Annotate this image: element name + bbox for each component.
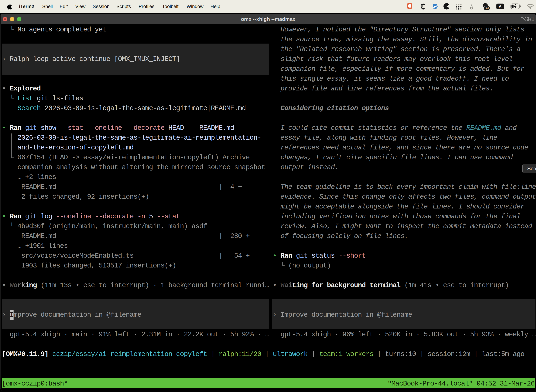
- svg-text:A: A: [498, 4, 502, 9]
- svg-text:1: 1: [531, 16, 534, 22]
- svg-text:..61: ..61: [485, 7, 489, 10]
